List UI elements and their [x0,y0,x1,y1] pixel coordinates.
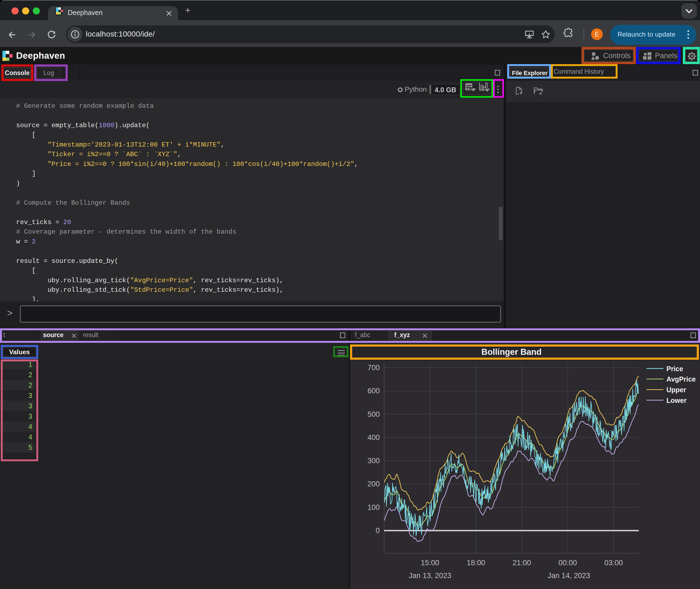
svg-text:0: 0 [376,527,380,535]
svg-text:100: 100 [367,503,380,512]
svg-text:03:00: 03:00 [604,559,623,567]
svg-text:18:00: 18:00 [467,559,485,567]
svg-text:400: 400 [367,433,380,442]
svg-text:21:00: 21:00 [512,559,531,567]
svg-text:Upper: Upper [666,386,686,394]
svg-text:00:00: 00:00 [559,559,577,567]
svg-text:300: 300 [367,457,380,465]
svg-text:Jan 13, 2023: Jan 13, 2023 [409,572,451,580]
svg-text:Jan 14, 2023: Jan 14, 2023 [548,572,590,580]
svg-text:600: 600 [367,387,380,395]
svg-text:Price: Price [666,365,683,373]
svg-text:Lower: Lower [666,397,687,404]
svg-text:700: 700 [367,364,380,372]
svg-text:500: 500 [367,410,380,418]
svg-text:15:00: 15:00 [421,559,439,567]
svg-text:AvgPrice: AvgPrice [666,375,696,383]
svg-text:200: 200 [367,480,380,488]
